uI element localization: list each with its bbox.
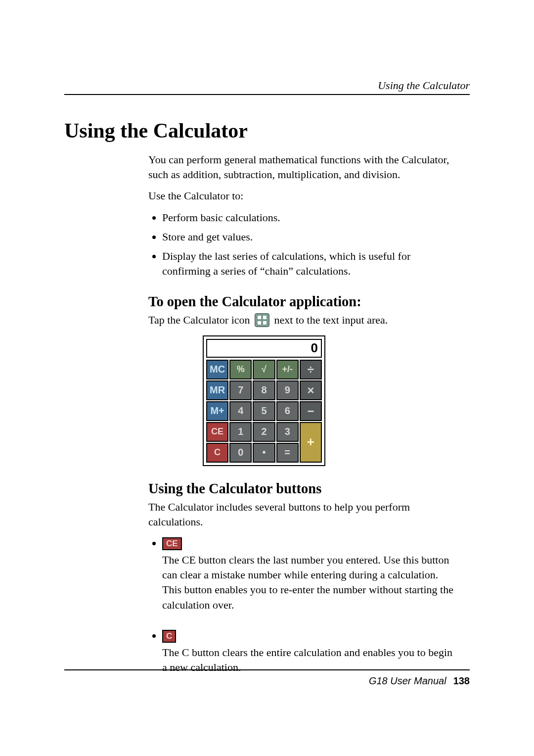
page-title: Using the Calculator: [64, 119, 470, 142]
ce-description: The CE button clears the last number you…: [162, 554, 453, 611]
key-plus[interactable]: +: [300, 422, 322, 463]
calculator-app-icon: [255, 313, 269, 327]
intro-paragraph: You can perform general mathematical fun…: [148, 152, 460, 182]
key-5[interactable]: 5: [253, 401, 275, 421]
open-heading: To open the Calculator application:: [148, 294, 460, 310]
key-plusminus[interactable]: +/-: [276, 360, 299, 379]
key-mr[interactable]: MR: [206, 380, 228, 400]
use-lead: Use the Calculator to:: [148, 189, 460, 203]
open-text-after: next to the text input area.: [274, 314, 388, 326]
footer-manual-title: G18 User Manual: [369, 675, 446, 687]
use-list: Perform basic calculations. Store and ge…: [148, 210, 460, 279]
key-mc[interactable]: MC: [206, 360, 228, 379]
ce-chip-icon: CE: [162, 537, 182, 550]
key-minus[interactable]: −: [300, 401, 322, 421]
c-chip-icon: C: [162, 630, 176, 643]
buttons-heading: Using the Calculator buttons: [148, 481, 460, 497]
key-divide[interactable]: ÷: [300, 360, 322, 379]
key-6[interactable]: 6: [276, 401, 299, 421]
use-item: Store and get values.: [162, 230, 460, 245]
key-mplus[interactable]: M+: [206, 401, 228, 421]
header-rule: [64, 94, 470, 95]
page-number: 138: [453, 675, 470, 687]
open-text-before: Tap the Calculator icon: [148, 314, 250, 326]
running-header: Using the Calculator: [378, 79, 470, 92]
key-sqrt[interactable]: √: [253, 360, 275, 379]
key-9[interactable]: 9: [276, 380, 299, 400]
key-3[interactable]: 3: [276, 422, 299, 442]
footer-rule: [64, 669, 470, 670]
open-instruction: Tap the Calculator icon next to the text…: [148, 313, 460, 328]
key-1[interactable]: 1: [229, 422, 252, 442]
page-footer: G18 User Manual 138: [64, 669, 470, 687]
button-desc-item: C The C button clears the entire calcula…: [162, 628, 460, 675]
key-2[interactable]: 2: [253, 422, 275, 442]
key-8[interactable]: 8: [253, 380, 275, 400]
calculator-figure: 0 MC % √ +/- ÷ MR 7 8 9 × M+ 4: [203, 335, 325, 466]
use-item: Display the last series of calculations,…: [162, 249, 460, 280]
key-7[interactable]: 7: [229, 380, 252, 400]
key-equals[interactable]: =: [276, 443, 299, 463]
key-multiply[interactable]: ×: [300, 380, 322, 400]
calculator-keypad: MC % √ +/- ÷ MR 7 8 9 × M+ 4 5 6: [204, 359, 324, 465]
key-ce[interactable]: CE: [206, 422, 228, 442]
key-percent[interactable]: %: [229, 360, 252, 379]
key-4[interactable]: 4: [229, 401, 252, 421]
key-c[interactable]: C: [206, 443, 228, 463]
calculator-display: 0: [206, 339, 322, 358]
buttons-intro: The Calculator includes several buttons …: [148, 500, 460, 529]
key-0[interactable]: 0: [229, 443, 252, 463]
button-desc-item: CE The CE button clears the last number …: [162, 536, 460, 613]
key-dot[interactable]: •: [253, 443, 275, 463]
button-descriptions: CE The CE button clears the last number …: [148, 536, 460, 675]
use-item: Perform basic calculations.: [162, 210, 460, 226]
